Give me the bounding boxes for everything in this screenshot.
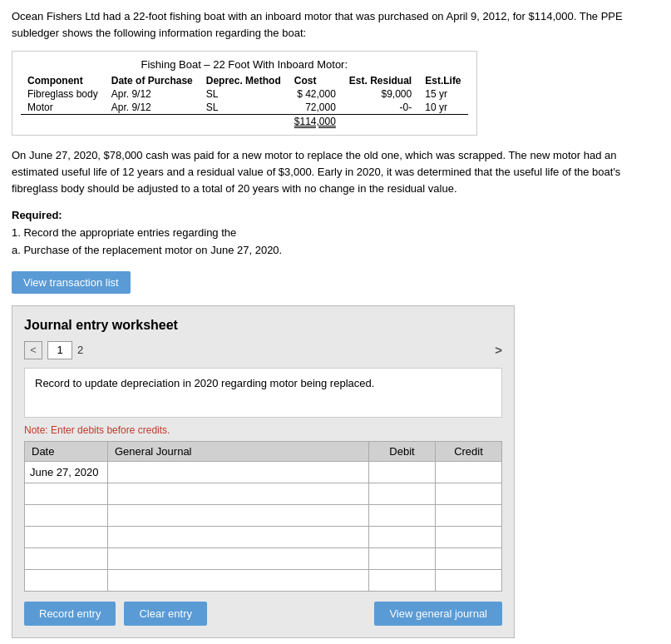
- row3-debit-input[interactable]: [369, 505, 435, 526]
- description-box: Record to update depreciation in 2020 re…: [24, 368, 502, 418]
- row1-debit-input[interactable]: [369, 462, 435, 483]
- row4-credit-input[interactable]: [436, 527, 501, 547]
- note-text: Note: Enter debits before credits.: [24, 424, 502, 436]
- row1-journal-cell[interactable]: [108, 461, 369, 483]
- bottom-buttons: Record entry Clear entry View general jo…: [24, 602, 502, 626]
- row2-credit-cell[interactable]: [436, 483, 502, 504]
- col-header-date: Date: [25, 441, 108, 461]
- row1-journal-input[interactable]: [108, 462, 368, 483]
- row5-date-cell: [25, 547, 108, 569]
- prev-page-button[interactable]: <: [24, 341, 42, 359]
- col-date: Date of Purchase: [105, 74, 200, 87]
- row3-journal-input[interactable]: [108, 505, 368, 526]
- next-page-label: 2: [77, 344, 83, 356]
- row2-cost: 72,000: [288, 101, 343, 115]
- table-title: Fishing Boat – 22 Foot With Inboard Moto…: [21, 58, 468, 71]
- view-general-journal-button[interactable]: View general journal: [374, 602, 502, 626]
- description-text: Record to update depreciation in 2020 re…: [35, 377, 374, 389]
- row5-journal-cell[interactable]: [108, 547, 369, 569]
- col-header-debit: Debit: [369, 441, 436, 461]
- row2-journal-cell[interactable]: [108, 483, 369, 504]
- ppe-table-section: Fishing Boat – 22 Foot With Inboard Moto…: [12, 51, 477, 136]
- row2-journal-input[interactable]: [108, 483, 368, 504]
- row1-credit-input[interactable]: [436, 462, 501, 483]
- col-component: Component: [21, 74, 105, 87]
- journal-row-4: [25, 526, 502, 547]
- table-row: Motor Apr. 9/12 SL 72,000 -0- 10 yr: [21, 101, 468, 115]
- required-label: Required:: [12, 209, 62, 221]
- row1-date-cell: June 27, 2020: [25, 461, 108, 483]
- row2-credit-input[interactable]: [436, 483, 501, 504]
- row5-debit-input[interactable]: [369, 548, 435, 569]
- row6-debit-input[interactable]: [369, 570, 435, 591]
- row2-debit-cell[interactable]: [369, 483, 436, 504]
- row5-debit-cell[interactable]: [369, 547, 436, 569]
- required-section: Required: 1. Record the appropriate entr…: [12, 207, 659, 259]
- row6-debit-cell[interactable]: [369, 569, 436, 591]
- journal-title: Journal entry worksheet: [24, 318, 502, 333]
- record-entry-button[interactable]: Record entry: [24, 602, 116, 626]
- row6-journal-input[interactable]: [108, 570, 368, 591]
- row2-residual: -0-: [343, 101, 418, 115]
- ppe-table: Component Date of Purchase Deprec. Metho…: [21, 74, 468, 128]
- row5-credit-cell[interactable]: [436, 547, 502, 569]
- next-page-button[interactable]: >: [495, 343, 502, 357]
- row2-debit-input[interactable]: [369, 483, 435, 504]
- middle-paragraph: On June 27, 2020, $78,000 cash was paid …: [12, 147, 659, 197]
- journal-row-3: [25, 504, 502, 526]
- row6-journal-cell[interactable]: [108, 569, 369, 591]
- row2-date-cell: [25, 483, 108, 504]
- row1-life: 15 yr: [418, 87, 467, 101]
- row4-debit-cell[interactable]: [369, 526, 436, 547]
- row5-credit-input[interactable]: [436, 548, 501, 569]
- view-transactions-button[interactable]: View transaction list: [12, 271, 131, 294]
- row2-component: Motor: [21, 101, 105, 115]
- row3-journal-cell[interactable]: [108, 504, 369, 526]
- journal-row-1: June 27, 2020: [25, 461, 502, 483]
- row3-debit-cell[interactable]: [369, 504, 436, 526]
- journal-container: Journal entry worksheet < 1 2 > Record t…: [12, 305, 515, 638]
- row3-credit-cell[interactable]: [436, 504, 502, 526]
- journal-row-5: [25, 547, 502, 569]
- row4-credit-cell[interactable]: [436, 526, 502, 547]
- row2-method: SL: [200, 101, 288, 115]
- clear-entry-button[interactable]: Clear entry: [124, 602, 207, 626]
- col-method: Deprec. Method: [200, 74, 288, 87]
- row1-credit-cell[interactable]: [436, 461, 502, 483]
- journal-row-6: [25, 569, 502, 591]
- row1-residual: $9,000: [343, 87, 418, 101]
- intro-paragraph: Ocean Fishers Ltd had a 22-foot fishing …: [12, 8, 659, 41]
- row3-date-cell: [25, 504, 108, 526]
- row2-date: Apr. 9/12: [105, 101, 200, 115]
- current-page: 1: [47, 341, 72, 359]
- row6-credit-input[interactable]: [436, 570, 501, 591]
- col-life: Est.Life: [418, 74, 467, 87]
- row6-date-cell: [25, 569, 108, 591]
- col-residual: Est. Residual: [343, 74, 418, 87]
- col-cost: Cost: [288, 74, 343, 87]
- row3-credit-input[interactable]: [436, 505, 501, 526]
- journal-table: Date General Journal Debit Credit June 2…: [24, 441, 502, 592]
- row4-date-cell: [25, 526, 108, 547]
- journal-row-2: [25, 483, 502, 504]
- row1-debit-cell[interactable]: [369, 461, 436, 483]
- row4-debit-input[interactable]: [369, 527, 435, 547]
- row4-journal-cell[interactable]: [108, 526, 369, 547]
- required-item1: 1. Record the appropriate entries regard…: [12, 225, 659, 242]
- nav-row: < 1 2 >: [24, 341, 502, 359]
- row2-life: 10 yr: [418, 101, 467, 115]
- table-row-total: $114,000: [21, 115, 468, 129]
- row4-journal-input[interactable]: [108, 527, 368, 547]
- col-header-credit: Credit: [436, 441, 502, 461]
- table-row: Fibreglass body Apr. 9/12 SL $ 42,000 $9…: [21, 87, 468, 101]
- row1-component: Fibreglass body: [21, 87, 105, 101]
- row1-method: SL: [200, 87, 288, 101]
- required-item-a: a. Purchase of the replacement motor on …: [12, 242, 659, 260]
- row5-journal-input[interactable]: [108, 548, 368, 569]
- row1-date: Apr. 9/12: [105, 87, 200, 101]
- row1-cost: $ 42,000: [288, 87, 343, 101]
- col-header-journal: General Journal: [108, 441, 369, 461]
- total-cost: $114,000: [288, 115, 343, 129]
- row6-credit-cell[interactable]: [436, 569, 502, 591]
